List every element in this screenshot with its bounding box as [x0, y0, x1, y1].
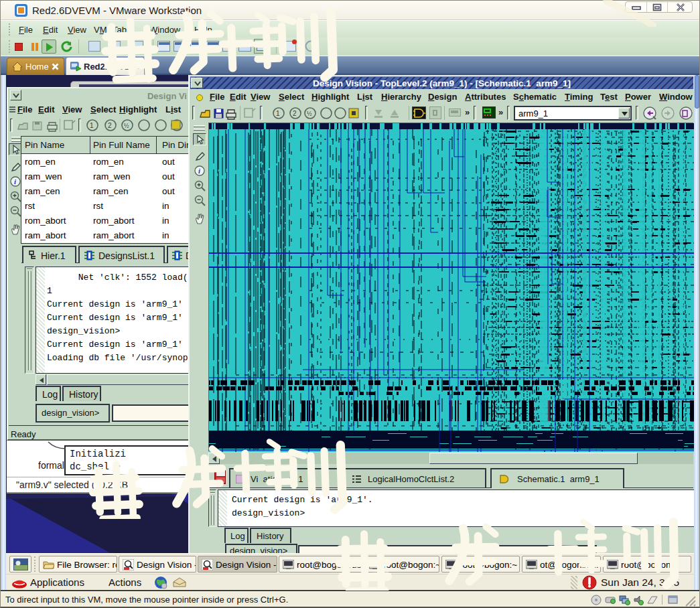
svg-text:2: 2	[108, 122, 112, 129]
svg-text:½: ½	[307, 110, 312, 117]
svg-text:½: ½	[124, 123, 129, 129]
svg-text:1: 1	[90, 122, 94, 129]
svg-text:2: 2	[293, 110, 297, 117]
svg-text:1: 1	[276, 110, 280, 117]
